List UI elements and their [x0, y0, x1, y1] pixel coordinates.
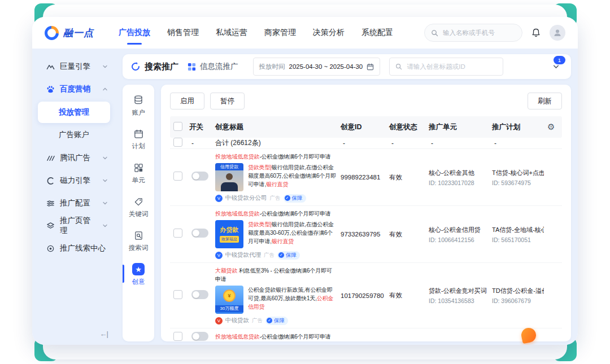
date-range-picker[interactable]: 投放时间 2025-04-30 ~ 2025-04-30 [253, 58, 381, 76]
creative-description: 公积金贷款银行新政策,有公积金即可贷,最高60万,放款最快1天,公积金信用贷 [248, 286, 336, 312]
creative-table-card: 启用 暂停 刷新 开关 创意标题 创意ID 创意状态 推广单元 推 [161, 85, 571, 341]
baidu-icon [46, 85, 55, 94]
chevron-down-icon [102, 223, 108, 229]
screen: 融一点 广告投放 销售管理 私域运营 商家管理 决策分析 系统配置 [0, 0, 610, 364]
refresh-button[interactable]: 刷新 [528, 93, 562, 109]
pause-button[interactable]: 暂停 [210, 93, 245, 109]
sidebar-collapse-icon[interactable]: ←| [100, 330, 108, 338]
sidebar-item-oceanengine[interactable]: 巨量引擎 [32, 55, 116, 78]
subnav-item-account[interactable]: 账户 [123, 94, 154, 117]
app-logo[interactable]: 融一点 [45, 26, 94, 40]
subnav-item-unit[interactable]: 单元 [123, 161, 154, 185]
subnav-item-keyword[interactable]: 关键词 [123, 195, 154, 218]
tab-search-promotion[interactable]: 搜索推广 [130, 62, 178, 72]
column-header-title: 创意标题 [215, 122, 341, 132]
table-row: 投放地域低息贷款-公积金缴纳满6个月即可申请 办贷款 政策福息 贷款类型|银行信… [170, 206, 562, 263]
column-header-plan: 推广计划 [492, 122, 547, 132]
tab-label: 搜索推广 [145, 62, 178, 72]
nav-item-system-config[interactable]: 系统配置 [361, 17, 393, 49]
row-checkbox[interactable] [173, 290, 182, 299]
global-search[interactable] [424, 24, 522, 42]
table-row: 投放地域低息贷款-公积金缴纳满6个月即可申请 信用贷款 贷款类型|银行信用贷款,… [170, 149, 562, 206]
row-checkbox[interactable] [173, 229, 182, 238]
advertiser-line: V 中锐贷款代理 广告 ✓保障 [215, 251, 336, 259]
nav-item-sales[interactable]: 销售管理 [167, 17, 199, 49]
calendar-icon [367, 63, 374, 71]
oceanengine-icon [46, 62, 55, 71]
guarantee-badge: ✓保障 [284, 194, 306, 203]
sidebar: 巨量引擎 百度营销 投放管理 广告账户 腾讯广告 磁力引擎 [32, 49, 116, 345]
table-row-partial: 投放地域低息贷款-公积金缴纳满6个月即可申请 [170, 328, 562, 341]
creative-title-cell: 投放地域低息贷款-公积金缴纳满6个月即可申请 办贷款 政策福息 贷款类型|银行信… [215, 209, 341, 259]
creative-id: 99989223481 [341, 174, 389, 181]
subnav-item-creative[interactable]: ★ 创意 [123, 263, 154, 286]
row-checkbox[interactable] [173, 332, 182, 341]
document-search-icon [132, 229, 145, 242]
search-icon [431, 29, 438, 37]
sidebar-item-magnetic-engine[interactable]: 磁力引擎 [32, 169, 116, 192]
nav-item-private-domain[interactable]: 私域运营 [216, 17, 247, 49]
creative-status: 有效 [389, 230, 429, 239]
column-settings-gear-icon[interactable]: ⚙ [547, 122, 555, 131]
ad-label: 广告 [264, 252, 274, 259]
creative-title: 投放地域低息贷款-公积金缴纳满6个月即可申请 [215, 332, 336, 341]
subnav-label: 关键词 [129, 210, 149, 218]
shield-check-icon: ✓ [278, 252, 284, 258]
search-icon [395, 63, 402, 70]
column-header-id: 创意ID [341, 122, 389, 132]
sidebar-item-label: 腾讯广告 [60, 153, 90, 163]
table-summary-row: - 合计 (26612条) - - - - [170, 138, 562, 149]
enable-button[interactable]: 启用 [170, 93, 204, 109]
sidebar-item-lead-center[interactable]: 推广线索中心 [32, 237, 116, 260]
row-toggle-off[interactable] [191, 229, 208, 238]
creative-search-input[interactable] [406, 63, 497, 71]
subnav-item-plan[interactable]: 计划 [123, 128, 154, 151]
sidebar-item-label: 推广线索中心 [60, 243, 106, 253]
promotion-unit-cell: 贷款-公积金竞对买词 ID: 10354136583 [429, 287, 492, 304]
tag-icon [132, 195, 145, 208]
table-header-row: 开关 创意标题 创意ID 创意状态 推广单元 推广计划 ⚙ [170, 116, 562, 138]
advertiser-verified-icon: V [215, 195, 223, 202]
subnav-label: 计划 [132, 142, 145, 151]
nav-item-ad-delivery[interactable]: 广告投放 [119, 17, 150, 49]
nav-item-merchant[interactable]: 商家管理 [264, 17, 296, 49]
summary-status: - [389, 139, 429, 147]
expand-filters-chevron[interactable]: 1 [549, 60, 563, 74]
row-checkbox[interactable] [173, 138, 182, 147]
top-bar-right [424, 24, 565, 42]
row-toggle-off[interactable] [191, 172, 208, 181]
top-navigation: 广告投放 销售管理 私域运营 商家管理 决策分析 系统配置 [119, 17, 393, 49]
chevron-up-icon [102, 86, 108, 92]
row-checkbox[interactable] [173, 172, 182, 181]
nav-item-decision[interactable]: 决策分析 [313, 17, 345, 49]
table-row: 大额贷款 利息低至3% - 公积金缴纳满6个月即可申请 ¥ 30万额度 公积金贷… [170, 263, 562, 328]
sidebar-item-label: 推广页管理 [60, 216, 97, 236]
search-promotion-icon [130, 62, 141, 72]
notification-bell-icon[interactable] [531, 28, 541, 38]
sidebar-item-tencent[interactable]: 腾讯广告 [32, 147, 116, 169]
row-toggle-off[interactable] [191, 332, 208, 341]
sidebar-subitem-delivery-management[interactable]: 投放管理 [38, 102, 110, 123]
magnetic-engine-icon [46, 176, 55, 185]
account-stack-icon [132, 94, 145, 106]
sidebar-subitem-ad-account[interactable]: 广告账户 [38, 124, 110, 146]
subnav-item-search-term[interactable]: 搜索词 [123, 229, 154, 252]
logo-icon [45, 26, 59, 40]
sidebar-item-landing-page-management[interactable]: 推广页管理 [32, 214, 116, 237]
creative-description: 贷款类型|银行信用贷款,在缴公积金额度最高60万,公积金缴纳满6个月即可申请,银… [248, 163, 336, 189]
sidebar-item-promotion-config[interactable]: 推广配置 [32, 192, 116, 214]
logo-text: 融一点 [63, 27, 94, 40]
row-toggle-off[interactable] [191, 290, 208, 299]
global-search-input[interactable] [442, 29, 516, 37]
user-avatar[interactable] [550, 25, 565, 41]
main-area: 搜索推广 信息流推广 投放时间 2025-04-30 ~ 2025-04-30 [116, 49, 578, 345]
date-value: 2025-04-30 ~ 2025-04-30 [289, 63, 363, 70]
guarantee-badge: ✓保障 [265, 317, 288, 325]
shield-check-icon: ✓ [267, 318, 272, 323]
sidebar-item-baidu[interactable]: 百度营销 [32, 78, 116, 100]
tencent-ads-icon [46, 154, 55, 163]
tab-feed-promotion[interactable]: 信息流推广 [188, 62, 238, 72]
sidebar-item-label: 百度营销 [60, 84, 90, 94]
creative-search-box[interactable] [389, 58, 503, 76]
select-all-checkbox[interactable] [173, 122, 182, 131]
